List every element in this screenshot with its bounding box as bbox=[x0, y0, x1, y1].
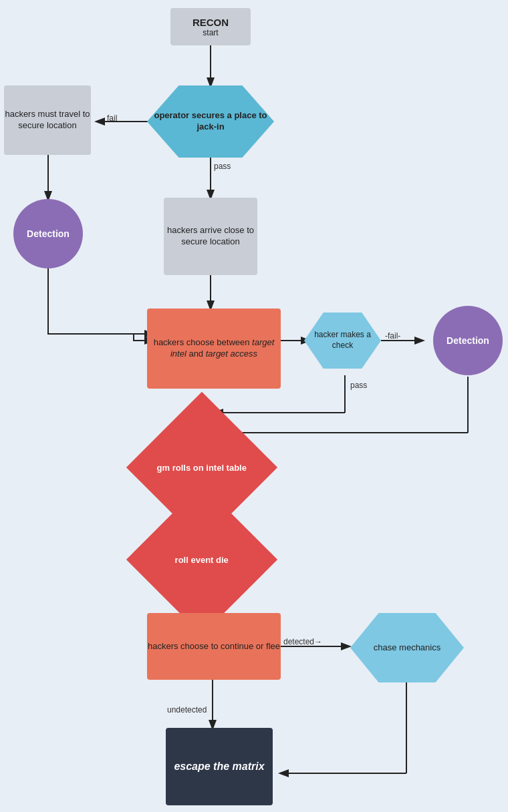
hackers-arrive-label: hackers arrive close to secure location bbox=[164, 225, 257, 248]
detection-1-node: Detection bbox=[13, 199, 83, 268]
fail-1-label: fail bbox=[107, 114, 117, 123]
pass-1-label: pass bbox=[214, 162, 231, 171]
flowchart: RECON start operator secures a place to … bbox=[0, 0, 508, 812]
detection-2-label: Detection bbox=[447, 335, 489, 346]
hacker-makes-check-label: hacker makes a check bbox=[304, 330, 381, 351]
escape-matrix-node: escape the matrix bbox=[166, 728, 273, 805]
recon-label: RECON bbox=[193, 17, 229, 28]
detection-1-label: Detection bbox=[27, 228, 70, 239]
operator-secures-label: operator secures a place to jack-in bbox=[147, 110, 274, 133]
chase-mechanics-label: chase mechanics bbox=[374, 642, 440, 654]
hackers-arrive-node: hackers arrive close to secure location bbox=[164, 198, 257, 275]
hackers-must-travel-label: hackers must travel to secure location bbox=[4, 109, 91, 132]
hackers-choose-intel-node: hackers choose between target intel and … bbox=[147, 309, 281, 389]
hackers-choose-continue-node: hackers choose to continue or flee bbox=[147, 613, 281, 680]
undetected-label: undetected bbox=[167, 705, 207, 715]
detection-2-node: Detection bbox=[433, 306, 503, 375]
pass-2-label: pass bbox=[350, 381, 367, 390]
detected-label: detected→ bbox=[283, 637, 322, 646]
hackers-choose-intel-label: hackers choose between target intel and … bbox=[147, 333, 281, 364]
fail-2-label: -fail- bbox=[385, 331, 400, 341]
recon-start-node: RECON start bbox=[170, 8, 251, 45]
roll-event-die-label: roll event die bbox=[175, 554, 229, 564]
escape-matrix-label: escape the matrix bbox=[174, 760, 264, 774]
chase-mechanics-node: chase mechanics bbox=[350, 613, 464, 682]
hacker-makes-check-node: hacker makes a check bbox=[304, 313, 381, 369]
hackers-must-travel-node: hackers must travel to secure location bbox=[4, 85, 91, 155]
gm-rolls-intel-label: gm rolls on intel table bbox=[157, 462, 247, 472]
start-label: start bbox=[193, 28, 229, 37]
hackers-choose-continue-label: hackers choose to continue or flee bbox=[148, 641, 280, 652]
operator-secures-node: operator secures a place to jack-in bbox=[147, 85, 274, 158]
